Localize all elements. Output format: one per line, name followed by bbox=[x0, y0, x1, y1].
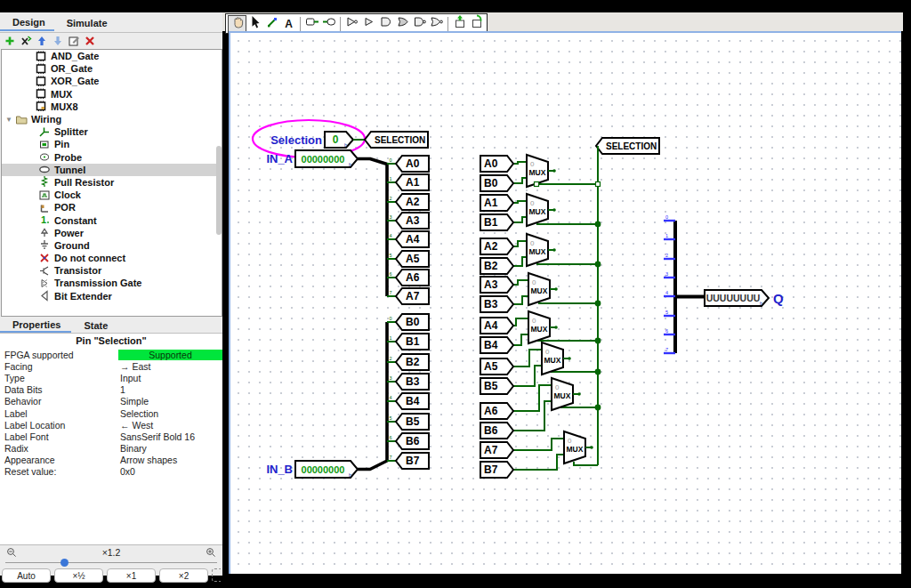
tunnel-a7-src[interactable]: A7 bbox=[396, 288, 429, 304]
tunnel-b4-src[interactable]: B4 bbox=[396, 393, 429, 409]
tree-item-transistor[interactable]: Transistor bbox=[2, 264, 222, 277]
tunnel-a1-src[interactable]: A1 bbox=[396, 174, 429, 190]
tree-scrollbar[interactable] bbox=[216, 146, 222, 235]
tree-item-probe[interactable]: Probe bbox=[2, 151, 222, 164]
mux-6[interactable]: 0MUX bbox=[552, 378, 581, 410]
tunnel-a2-src[interactable]: A2 bbox=[396, 194, 429, 210]
splitter-q[interactable]: 01234567 bbox=[664, 214, 705, 354]
tunnel-b7[interactable]: B7 bbox=[480, 462, 513, 478]
tree-item-mux8[interactable]: MUX8 bbox=[2, 101, 222, 113]
tree-item-constant[interactable]: 1Constant bbox=[2, 213, 222, 226]
tunnel-a3[interactable]: A3 bbox=[480, 277, 513, 293]
property-row-radix[interactable]: RadixBinary bbox=[0, 443, 222, 455]
property-row-behavior[interactable]: BehaviorSimple bbox=[0, 396, 222, 407]
add-vhdl-tool[interactable] bbox=[468, 16, 485, 32]
tunnel-b0[interactable]: B0 bbox=[480, 175, 513, 191]
delete-icon[interactable] bbox=[83, 35, 96, 48]
tunnel-b2[interactable]: B2 bbox=[480, 258, 513, 274]
property-row-label[interactable]: LabelSelection bbox=[0, 407, 222, 419]
zoom-button-auto[interactable]: Auto bbox=[2, 568, 51, 583]
tunnel-a0[interactable]: A0 bbox=[480, 156, 513, 172]
nand-gate-tool[interactable] bbox=[411, 16, 428, 32]
load-library-icon[interactable] bbox=[19, 35, 32, 48]
tunnel-a4-src[interactable]: A4 bbox=[396, 231, 429, 247]
tunnel-b4[interactable]: B4 bbox=[480, 337, 513, 353]
tunnel-b1-src[interactable]: B1 bbox=[396, 334, 429, 350]
tree-item-mux[interactable]: MUX bbox=[2, 88, 222, 101]
tree-item-power[interactable]: Power bbox=[2, 227, 222, 239]
edit-appearance-icon[interactable] bbox=[67, 35, 80, 48]
edit-tool[interactable] bbox=[246, 16, 263, 32]
tunnel-a5[interactable]: A5 bbox=[480, 358, 513, 375]
add-circuit-tool[interactable] bbox=[451, 16, 468, 32]
zoom-out-icon[interactable] bbox=[4, 545, 18, 559]
property-row-reset-value-[interactable]: Reset value:0x0 bbox=[0, 466, 222, 478]
tunnel-b5-src[interactable]: B5 bbox=[396, 414, 429, 430]
input-pin-tool[interactable] bbox=[303, 16, 320, 32]
zoom-in-icon[interactable] bbox=[205, 545, 218, 559]
property-row-data-bits[interactable]: Data Bits1 bbox=[0, 384, 222, 396]
mux-4[interactable]: 0MUX bbox=[528, 311, 558, 343]
mux-3[interactable]: 0MUX bbox=[528, 273, 558, 305]
tree-item-or-gate[interactable]: OR_Gate bbox=[2, 62, 222, 75]
move-down-icon[interactable] bbox=[51, 35, 64, 48]
tree-item-ground[interactable]: Ground bbox=[2, 239, 222, 252]
tree-item-pin[interactable]: Pin bbox=[2, 138, 222, 150]
expander-icon[interactable]: ▼ bbox=[5, 116, 14, 124]
tunnel-a2[interactable]: A2 bbox=[480, 238, 513, 254]
tree-item-clock[interactable]: Clock bbox=[2, 189, 222, 201]
selection-tunnel-source[interactable]: SELECTION bbox=[365, 132, 428, 148]
tree-item-xor-gate[interactable]: XOR_Gate bbox=[2, 75, 222, 87]
tunnel-b2-src[interactable]: B2 bbox=[396, 354, 429, 370]
mux-0[interactable]: 0MUX bbox=[527, 155, 556, 187]
property-row-type[interactable]: TypeInput bbox=[0, 372, 222, 383]
tunnel-b7-src[interactable]: B7 bbox=[396, 453, 429, 469]
property-row-label-location[interactable]: Label Location← West bbox=[0, 419, 222, 431]
tree-item-pull-resistor[interactable]: Pull Resistor bbox=[2, 176, 222, 189]
poke-tool[interactable] bbox=[228, 15, 246, 33]
mux-5[interactable]: 0MUX bbox=[542, 342, 571, 375]
output-pin-tool[interactable] bbox=[320, 16, 337, 32]
tree-item-transmission-gate[interactable]: Transmission Gate bbox=[2, 277, 222, 289]
tree-item-bit-extender[interactable]: Bit Extender bbox=[2, 290, 222, 302]
splitter-b[interactable]: 01234567 bbox=[358, 316, 396, 470]
add-icon[interactable] bbox=[3, 35, 16, 48]
property-row-label-font[interactable]: Label FontSansSerif Bold 16 bbox=[0, 431, 222, 442]
wiring-tool[interactable] bbox=[263, 16, 280, 32]
in-b-pin[interactable]: 00000000b bbox=[295, 461, 358, 478]
circuit-canvas[interactable]: Selection0bSELECTIONIN_A00000000b0123456… bbox=[229, 31, 901, 574]
tree-item-tunnel[interactable]: Tunnel bbox=[2, 164, 222, 176]
circuit-drawing[interactable]: Selection0bSELECTIONIN_A00000000b0123456… bbox=[230, 33, 901, 574]
tab-design[interactable]: Design bbox=[0, 14, 54, 31]
mux-2[interactable]: 0MUX bbox=[527, 234, 556, 266]
in-a-pin[interactable]: 00000000b bbox=[295, 150, 358, 167]
zoom-slider-thumb[interactable] bbox=[60, 559, 69, 567]
tree-item-do-not-connect[interactable]: Do not connect bbox=[2, 252, 222, 264]
property-row-appearance[interactable]: AppearanceArrow shapes bbox=[0, 455, 222, 466]
not-gate-tool[interactable] bbox=[343, 16, 360, 32]
tunnel-a4[interactable]: A4 bbox=[480, 318, 513, 334]
move-up-icon[interactable] bbox=[35, 35, 48, 48]
property-row-facing[interactable]: Facing→ East bbox=[0, 360, 222, 372]
zoom-button--1[interactable]: ×1 bbox=[107, 568, 156, 583]
tunnel-b5[interactable]: B5 bbox=[480, 378, 513, 394]
tunnel-b3-src[interactable]: B3 bbox=[396, 374, 429, 390]
partial-button[interactable] bbox=[212, 568, 221, 582]
zoom-button--2[interactable]: ×2 bbox=[159, 568, 208, 583]
or-gate-tool[interactable] bbox=[394, 16, 411, 32]
tree-item-por[interactable]: POR bbox=[2, 201, 222, 213]
tunnel-a5-src[interactable]: A5 bbox=[396, 251, 429, 267]
tunnel-b6[interactable]: B6 bbox=[480, 423, 513, 439]
text-tool[interactable]: A bbox=[280, 16, 297, 32]
tree-item-splitter[interactable]: Splitter bbox=[2, 125, 222, 138]
property-row-fpga-supported[interactable]: FPGA supportedSupported bbox=[0, 349, 222, 360]
tunnel-a0-src[interactable]: A0 bbox=[396, 156, 429, 172]
tunnel-a6[interactable]: A6 bbox=[480, 403, 513, 419]
tunnel-a3-src[interactable]: A3 bbox=[396, 213, 429, 229]
tunnel-b3[interactable]: B3 bbox=[480, 296, 513, 312]
zoom-slider[interactable] bbox=[5, 559, 217, 568]
q-pin[interactable]: UUUUUUUUb bbox=[705, 290, 769, 306]
tunnel-a1[interactable]: A1 bbox=[480, 195, 513, 211]
zoom-button--[interactable]: ×½ bbox=[54, 568, 103, 583]
nor-gate-tool[interactable] bbox=[428, 16, 445, 32]
